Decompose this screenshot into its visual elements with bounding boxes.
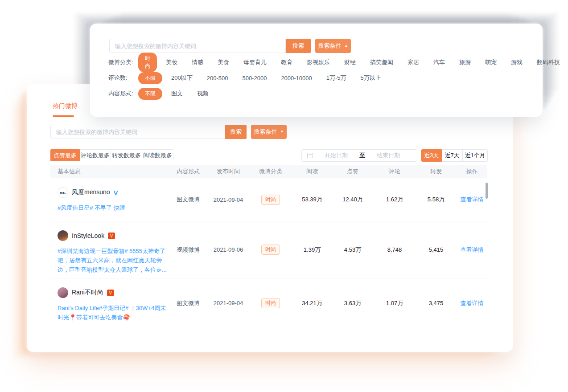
avatar[interactable]: ms. bbox=[58, 187, 68, 198]
sort-tab-reposts[interactable]: 转发数最多 bbox=[111, 149, 142, 161]
verified-blue-icon: V bbox=[114, 189, 118, 196]
comments-value: 8,748 bbox=[374, 246, 416, 253]
table-row: Rani不时尚 V Rani's Daily Life#孕期日记# ｜30W+4… bbox=[50, 278, 487, 328]
weibo-content-link[interactable]: #深圳某海边现一巨型音箱# 5555太神奇了吧，居然有五六米高，就在网红魔天轮旁… bbox=[58, 246, 170, 274]
publish-date: 2021-09-04 bbox=[208, 300, 249, 306]
filter-option[interactable]: 200以下 bbox=[171, 74, 193, 82]
filter-option[interactable]: 家居 bbox=[407, 58, 419, 66]
col-reposts: 转发 bbox=[416, 167, 457, 176]
filter-option-selected[interactable]: 不限 bbox=[138, 88, 162, 100]
weibo-content-link[interactable]: #风度值日星# 不早了 快睡 bbox=[58, 203, 170, 212]
table-header: 基本信息 内容形式 发布时间 微博分类 阅读 点赞 评论 转发 操作 bbox=[50, 165, 487, 178]
tab-hot-weibo[interactable]: 热门微博 bbox=[53, 102, 78, 110]
comments-value: 1.62万 bbox=[374, 196, 416, 204]
start-date-field[interactable]: 开始日期 bbox=[313, 151, 359, 159]
view-detail-link[interactable]: 查看详情 bbox=[457, 196, 487, 204]
table-row: InStyleLook V #深圳某海边现一巨型音箱# 5555太神奇了吧，居然… bbox=[50, 221, 487, 278]
filter-label: 内容形式: bbox=[108, 90, 138, 98]
filter-option[interactable]: 财经 bbox=[344, 58, 356, 66]
search-button[interactable]: 搜索 bbox=[286, 39, 311, 53]
filter-option[interactable]: 美妆 bbox=[166, 58, 177, 66]
search-condition-label: 搜索条件 bbox=[318, 42, 342, 50]
filter-option[interactable]: 图文 bbox=[171, 90, 183, 98]
filter-option[interactable]: 视频 bbox=[197, 90, 209, 98]
reads-value: 34.21万 bbox=[292, 299, 332, 307]
content-form: 视频微博 bbox=[169, 246, 208, 254]
view-detail-link[interactable]: 查看详情 bbox=[457, 246, 487, 254]
search-button[interactable]: 搜索 bbox=[225, 125, 247, 139]
username[interactable]: Rani不时尚 bbox=[72, 289, 103, 297]
date-separator: 至 bbox=[359, 151, 365, 159]
likes-value: 12.40万 bbox=[332, 196, 374, 204]
filter-option[interactable]: 影视娱乐 bbox=[307, 58, 330, 66]
filter-option-selected[interactable]: 时尚 bbox=[138, 53, 157, 72]
category-tag: 时尚 bbox=[261, 298, 280, 308]
chevron-down-icon: ▼ bbox=[280, 130, 284, 134]
filter-option[interactable]: 搞笑趣闻 bbox=[370, 58, 393, 66]
likes-value: 3.63万 bbox=[332, 299, 374, 307]
reads-value: 1.39万 bbox=[292, 246, 332, 254]
search-input[interactable] bbox=[50, 125, 225, 139]
quick-date-3days[interactable]: 近3天 bbox=[421, 149, 442, 162]
filter-option[interactable]: 数码科技 bbox=[537, 58, 560, 66]
content-form: 图文微博 bbox=[169, 196, 208, 204]
avatar[interactable] bbox=[58, 230, 68, 241]
sort-tab-reads[interactable]: 阅读数最多 bbox=[142, 149, 173, 161]
reposts-value: 3,475 bbox=[416, 300, 457, 306]
content-form: 图文微博 bbox=[169, 299, 208, 307]
date-range-picker[interactable]: 开始日期 至 结束日期 bbox=[301, 149, 417, 162]
basic-info-cell: ms. 风度mensuno V #风度值日星# 不早了 快睡 bbox=[50, 178, 169, 212]
filter-option[interactable]: 500-2000 bbox=[242, 75, 267, 82]
search-condition-button[interactable]: 搜索条件 ▲ bbox=[315, 39, 351, 53]
filter-row-content-form: 内容形式: 不限 图文 视频 bbox=[108, 88, 223, 99]
search-condition-button[interactable]: 搜索条件 ▼ bbox=[251, 125, 287, 139]
search-input[interactable] bbox=[109, 39, 286, 53]
reposts-value: 5,415 bbox=[416, 246, 457, 253]
filter-option[interactable]: 情感 bbox=[192, 58, 203, 66]
sort-tab-comments[interactable]: 评论数最多 bbox=[80, 149, 111, 161]
reads-value: 53.39万 bbox=[292, 196, 332, 204]
page: 热门微博 搜索 搜索条件 ▼ 点赞最多 评论数最多 转发数最多 阅读数最多 开始… bbox=[0, 0, 568, 392]
filter-option[interactable]: 5万以上 bbox=[361, 74, 381, 82]
filter-label: 评论数: bbox=[108, 74, 138, 82]
filter-row-comment-count: 评论数: 不限 200以下 200-500 500-2000 2000-1000… bbox=[108, 73, 395, 83]
filter-option[interactable]: 萌宠 bbox=[485, 58, 497, 66]
publish-date: 2021-09-04 bbox=[208, 196, 249, 203]
basic-info-cell: InStyleLook V #深圳某海边现一巨型音箱# 5555太神奇了吧，居然… bbox=[50, 221, 169, 274]
end-date-field[interactable]: 结束日期 bbox=[365, 151, 412, 159]
filter-option[interactable]: 母婴育儿 bbox=[243, 58, 267, 66]
filter-option[interactable]: 汽车 bbox=[433, 58, 445, 66]
search-condition-panel: 搜索 搜索条件 ▲ 微博分类: 时尚 美妆 情感 美食 母婴育儿 教育 影视娱乐… bbox=[90, 24, 543, 117]
filter-option[interactable]: 游戏 bbox=[511, 58, 523, 66]
filter-option[interactable]: 200-500 bbox=[207, 75, 228, 82]
tab-active-underline bbox=[53, 115, 74, 117]
sort-tab-likes[interactable]: 点赞最多 bbox=[50, 149, 80, 161]
col-action: 操作 bbox=[457, 167, 487, 176]
quick-date-7days[interactable]: 近7天 bbox=[442, 149, 463, 162]
filter-option[interactable]: 美食 bbox=[218, 58, 229, 66]
reposts-value: 5.58万 bbox=[416, 196, 457, 204]
weibo-content-link[interactable]: Rani's Daily Life#孕期日记# ｜30W+4周末时光📍带着可可去… bbox=[58, 303, 170, 322]
filter-option-selected[interactable]: 不限 bbox=[138, 72, 162, 84]
filter-row-category: 微博分类: 时尚 美妆 情感 美食 母婴育儿 教育 影视娱乐 财经 搞笑趣闻 家… bbox=[108, 57, 568, 68]
view-detail-link[interactable]: 查看详情 bbox=[457, 299, 487, 307]
filter-option[interactable]: 1万-5万 bbox=[326, 74, 346, 82]
avatar[interactable] bbox=[58, 287, 68, 298]
weibo-table: 基本信息 内容形式 发布时间 微博分类 阅读 点赞 评论 转发 操作 ms. 风… bbox=[50, 165, 487, 328]
basic-info-cell: Rani不时尚 V Rani's Daily Life#孕期日记# ｜30W+4… bbox=[50, 278, 169, 322]
publish-date: 2021-09-06 bbox=[208, 246, 249, 253]
verified-orange-icon: V bbox=[108, 233, 115, 239]
category-tag: 时尚 bbox=[261, 195, 280, 205]
table-scrollbar[interactable] bbox=[486, 183, 488, 199]
chevron-up-icon: ▲ bbox=[345, 44, 348, 48]
username[interactable]: InStyleLook bbox=[72, 232, 104, 239]
filter-option[interactable]: 2000-10000 bbox=[281, 75, 312, 82]
col-category: 微博分类 bbox=[249, 167, 292, 176]
filter-option[interactable]: 旅游 bbox=[459, 58, 471, 66]
username[interactable]: 风度mensuno bbox=[72, 188, 110, 196]
filter-option[interactable]: 教育 bbox=[281, 58, 292, 66]
filter-label: 微博分类: bbox=[108, 58, 138, 66]
hot-weibo-panel: 热门微博 搜索 搜索条件 ▼ 点赞最多 评论数最多 转发数最多 阅读数最多 开始… bbox=[27, 84, 513, 352]
verified-orange-icon: V bbox=[107, 290, 114, 296]
quick-date-1month[interactable]: 近1个月 bbox=[463, 149, 488, 162]
